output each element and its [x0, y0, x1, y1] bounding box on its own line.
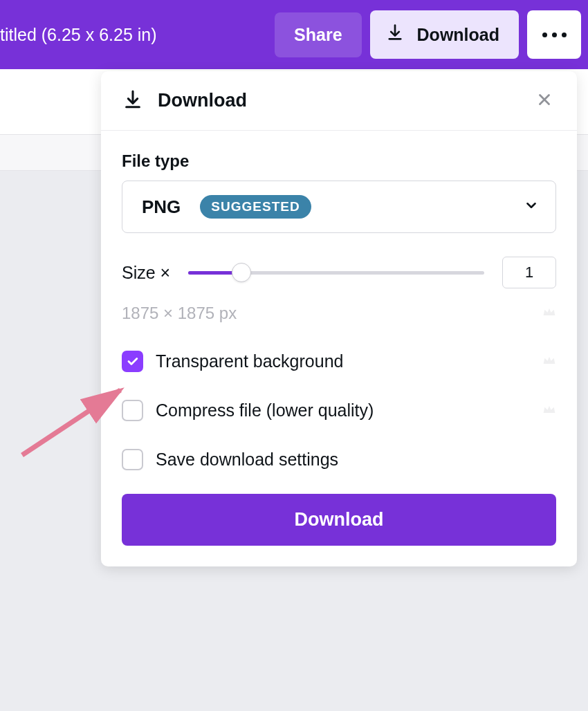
suggested-badge: SUGGESTED	[200, 195, 311, 219]
download-primary-button[interactable]: Download	[122, 494, 556, 546]
dimensions-text: 1875 × 1875 px	[122, 304, 237, 323]
option-save-settings-row: Save download settings	[122, 449, 556, 470]
save-settings-checkbox[interactable]	[122, 449, 143, 470]
filetype-value: PNG	[142, 196, 181, 218]
top-toolbar: titled (6.25 x 6.25 in) Share Download	[0, 0, 588, 69]
panel-body: File type PNG SUGGESTED Size × 1875 × 18…	[101, 131, 577, 566]
dimensions-row: 1875 × 1875 px	[122, 304, 556, 323]
ellipsis-icon	[542, 33, 547, 37]
size-label: Size ×	[122, 263, 170, 283]
download-icon	[385, 23, 405, 46]
compress-label: Compress file (lower quality)	[156, 400, 530, 421]
panel-title: Download	[158, 90, 519, 111]
more-button[interactable]	[527, 10, 581, 59]
crown-icon	[542, 404, 556, 418]
transparent-checkbox[interactable]	[122, 351, 143, 372]
transparent-label: Transparent background	[156, 351, 530, 371]
download-toolbar-label: Download	[417, 25, 499, 45]
share-button[interactable]: Share	[275, 12, 361, 57]
save-settings-label: Save download settings	[156, 450, 556, 470]
close-button[interactable]	[533, 88, 556, 113]
size-row: Size ×	[122, 257, 556, 288]
size-input[interactable]	[502, 257, 556, 288]
option-transparent-row: Transparent background	[122, 351, 556, 372]
check-icon	[126, 355, 139, 368]
crown-icon	[542, 306, 556, 320]
chevron-down-icon	[524, 198, 539, 216]
filetype-select[interactable]: PNG SUGGESTED	[122, 181, 556, 233]
download-panel: Download File type PNG SUGGESTED Size ×	[101, 71, 577, 566]
download-icon	[122, 89, 144, 113]
download-toolbar-button[interactable]: Download	[370, 10, 519, 59]
crown-icon	[542, 355, 556, 369]
slider-thumb[interactable]	[232, 263, 251, 282]
compress-checkbox[interactable]	[122, 400, 143, 421]
close-icon	[535, 91, 553, 109]
size-slider[interactable]	[188, 263, 484, 282]
panel-header: Download	[101, 71, 577, 131]
filetype-label: File type	[122, 151, 556, 171]
document-title[interactable]: titled (6.25 x 6.25 in)	[0, 25, 157, 45]
option-compress-row: Compress file (lower quality)	[122, 400, 556, 421]
